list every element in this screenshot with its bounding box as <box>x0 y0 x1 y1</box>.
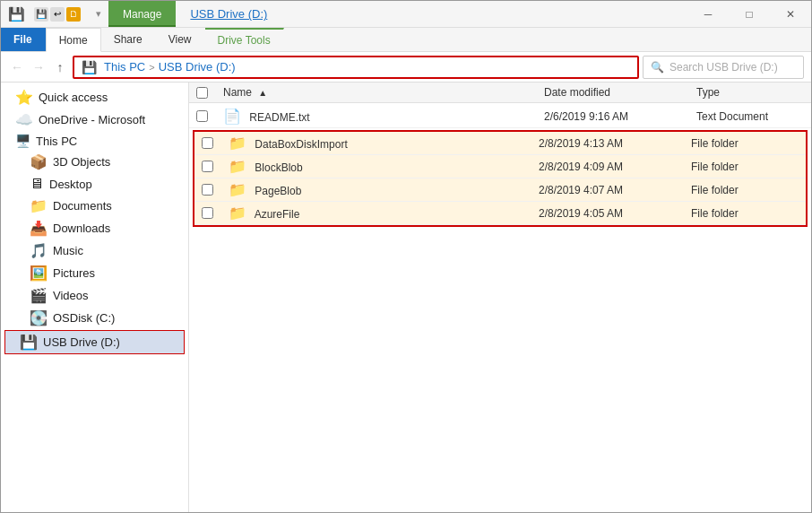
3d-objects-icon: 📦 <box>30 153 48 170</box>
azurefile-date: 2/8/2019 4:05 AM <box>539 207 623 220</box>
undo-btn[interactable]: ↩ <box>50 7 65 22</box>
tab-home[interactable]: Home <box>46 28 101 52</box>
row-name-azurefile: 📁 AzureFile <box>229 204 539 222</box>
tab-drive-tools[interactable]: Drive Tools <box>205 28 284 51</box>
row-checkbox[interactable] <box>202 184 213 196</box>
tab-file-label: File <box>13 33 32 46</box>
row-checkbox[interactable] <box>202 207 213 219</box>
header-name-label: Name <box>223 86 252 99</box>
manage-tab-header[interactable]: Manage <box>108 1 176 27</box>
dropdown-arrow[interactable]: ▾ <box>96 8 101 20</box>
row-name-databox: 📁 DataBoxDiskImport <box>229 135 539 152</box>
row-name-blockblob: 📁 BlockBlob <box>229 158 539 175</box>
sidebar-item-usb-drive[interactable]: 💾 USB Drive (D:) <box>4 330 185 354</box>
file-row-azurefile[interactable]: 📁 AzureFile 2/8/2019 4:05 AM File folder <box>194 202 806 225</box>
back-button[interactable]: ← <box>8 58 26 76</box>
up-button[interactable]: ↑ <box>51 58 69 76</box>
blockblob-icon: 📁 <box>229 159 246 174</box>
sidebar-item-label: OSDisk (C:) <box>53 311 115 325</box>
file-row-blockblob[interactable]: 📁 BlockBlob 2/8/2019 4:09 AM File folder <box>194 155 806 178</box>
sidebar-item-pictures[interactable]: 🖼️ Pictures <box>1 262 188 284</box>
search-bar[interactable]: 🔍 Search USB Drive (D:) <box>643 56 804 79</box>
sidebar-item-label: Quick access <box>39 91 108 104</box>
window-icon: 💾 <box>8 6 25 22</box>
databox-date: 2/8/2019 4:13 AM <box>539 137 623 150</box>
window-controls: ─ □ ✕ <box>687 1 811 27</box>
content-area: ⭐ Quick access ☁️ OneDrive - Microsoft 🖥… <box>1 83 811 512</box>
sidebar-item-this-pc[interactable]: 🖥️ This PC <box>1 131 188 151</box>
quick-access-icon: ⭐ <box>15 89 33 106</box>
row-checkbox-col <box>202 137 229 149</box>
save-btn[interactable]: 💾 <box>34 7 48 22</box>
sidebar-item-desktop[interactable]: 🖥 Desktop <box>1 173 188 195</box>
blockblob-date: 2/8/2019 4:09 AM <box>539 161 623 173</box>
videos-icon: 🎬 <box>30 287 48 304</box>
sidebar-item-documents[interactable]: 📁 Documents <box>1 195 188 217</box>
row-checkbox-col <box>196 110 223 122</box>
databox-type: File folder <box>691 137 739 150</box>
row-type-databox: File folder <box>691 137 799 150</box>
sidebar-item-osdisk[interactable]: 💽 OSDisk (C:) <box>1 307 188 329</box>
sidebar-item-videos[interactable]: 🎬 Videos <box>1 284 188 307</box>
title-bar-title: USB Drive (D:) <box>176 1 687 27</box>
row-date-blockblob: 2/8/2019 4:09 AM <box>539 161 691 173</box>
sidebar-item-music[interactable]: 🎵 Music <box>1 239 188 262</box>
sidebar: ⭐ Quick access ☁️ OneDrive - Microsoft 🖥… <box>1 83 189 512</box>
row-checkbox[interactable] <box>202 137 213 149</box>
search-placeholder: Search USB Drive (D:) <box>669 61 778 74</box>
pageblob-type: File folder <box>691 184 739 196</box>
properties-btn[interactable]: 🗋 <box>66 7 81 22</box>
usb-drive-icon: 💾 <box>20 334 38 351</box>
documents-icon: 📁 <box>30 197 48 214</box>
maximize-button[interactable]: □ <box>729 1 770 28</box>
readme-icon: 📄 <box>223 109 241 124</box>
sidebar-item-3d-objects[interactable]: 📦 3D Objects <box>1 151 188 173</box>
address-bar: ← → ↑ 💾 This PC > USB Drive (D:) 🔍 Searc… <box>1 52 811 83</box>
title-bar-left: 💾 💾 ↩ 🗋 ▾ <box>1 1 108 27</box>
downloads-icon: 📥 <box>30 220 48 237</box>
file-list-inner: 📄 README.txt 2/6/2019 9:16 AM Text Docum… <box>189 103 811 232</box>
readme-type: Text Document <box>696 110 768 123</box>
header-date-modified[interactable]: Date modified <box>544 86 696 99</box>
tab-view[interactable]: View <box>156 28 205 51</box>
blockblob-name: BlockBlob <box>255 161 302 174</box>
breadcrumb-bar[interactable]: 💾 This PC > USB Drive (D:) <box>73 56 639 79</box>
tab-view-label: View <box>168 33 192 46</box>
title-bar: 💾 💾 ↩ 🗋 ▾ Manage USB Drive (D:) ─ □ ✕ <box>1 1 811 28</box>
sidebar-item-downloads[interactable]: 📥 Downloads <box>1 217 188 239</box>
row-name-pageblob: 📁 PageBlob <box>229 181 539 198</box>
row-checkbox[interactable] <box>196 110 208 122</box>
file-row-readme[interactable]: 📄 README.txt 2/6/2019 9:16 AM Text Docum… <box>189 105 811 128</box>
select-all-checkbox[interactable] <box>196 87 208 99</box>
row-checkbox[interactable] <box>202 161 213 172</box>
sidebar-item-label: Downloads <box>53 222 110 235</box>
breadcrumb-sep-1: > <box>149 62 154 73</box>
forward-button[interactable]: → <box>30 58 48 76</box>
file-row-pageblob[interactable]: 📁 PageBlob 2/8/2019 4:07 AM File folder <box>194 178 806 202</box>
window-title-text: USB Drive (D:) <box>190 7 267 21</box>
breadcrumb-usb-drive[interactable]: USB Drive (D:) <box>159 60 236 74</box>
sidebar-item-label: Pictures <box>53 266 95 280</box>
minimize-button[interactable]: ─ <box>687 1 729 28</box>
pageblob-name: PageBlob <box>255 185 301 197</box>
sidebar-item-label: Desktop <box>49 178 92 191</box>
row-type-readme: Text Document <box>696 110 804 123</box>
file-row-databoxdiskimport[interactable]: 📁 DataBoxDiskImport 2/8/2019 4:13 AM Fil… <box>194 132 806 155</box>
tab-file[interactable]: File <box>1 28 46 51</box>
header-name[interactable]: Name ▲ <box>223 86 544 99</box>
grouped-files-box: 📁 DataBoxDiskImport 2/8/2019 4:13 AM Fil… <box>193 130 808 227</box>
sidebar-item-quick-access[interactable]: ⭐ Quick access <box>1 86 188 109</box>
close-button[interactable]: ✕ <box>770 1 811 28</box>
music-icon: 🎵 <box>30 242 48 259</box>
breadcrumb-this-pc[interactable]: This PC <box>104 60 145 74</box>
tab-share[interactable]: Share <box>101 28 156 51</box>
desktop-icon: 🖥 <box>30 176 44 192</box>
ribbon-tabs: File Home Share View Drive Tools <box>1 28 811 51</box>
databox-icon: 📁 <box>229 135 246 151</box>
sort-arrow: ▲ <box>258 88 267 98</box>
row-checkbox-col <box>202 207 229 219</box>
tab-drive-tools-label: Drive Tools <box>218 34 271 47</box>
sidebar-item-onedrive[interactable]: ☁️ OneDrive - Microsoft <box>1 109 188 131</box>
row-checkbox-col <box>202 161 229 172</box>
header-type[interactable]: Type <box>696 86 804 99</box>
